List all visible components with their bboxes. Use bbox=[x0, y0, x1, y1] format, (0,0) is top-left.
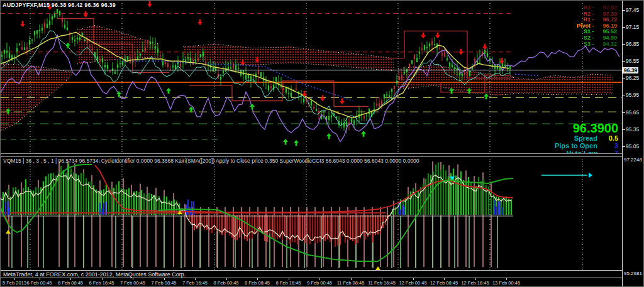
buy-arrow-icon bbox=[326, 133, 331, 139]
time-label: 11 Feb 08:45 bbox=[337, 280, 365, 286]
blue-dotted-line bbox=[515, 74, 540, 76]
price-tick-label: 96.85 bbox=[626, 41, 639, 47]
status-bar: MetaTrader, 4 at FOREX.com, c 2001-2012,… bbox=[1, 270, 622, 278]
time-label: 12 Feb 16:45 bbox=[461, 280, 489, 286]
pivot-row-s3: S3 - 94.32 bbox=[577, 41, 617, 48]
buy-arrow-icon bbox=[283, 139, 288, 145]
time-label: 13 Feb 00:45 bbox=[492, 280, 520, 286]
time-label: 6 Feb 00:45 bbox=[26, 280, 52, 286]
buy-arrow-icon bbox=[250, 104, 255, 110]
pane-separator[interactable] bbox=[1, 153, 622, 157]
price-axis[interactable]: 96.39 97.2248 95.2981 97.4597.1596.8596.… bbox=[622, 1, 644, 287]
price-tick-label: 95.35 bbox=[626, 126, 639, 133]
status-text: MetaTrader, 4 at FOREX.com, c 2001-2012,… bbox=[3, 271, 622, 278]
hi-to-low-row: Hi to Low 7 bbox=[524, 150, 618, 153]
mt4-window: AUDJPYFXF,M15 96.38 96.42 96.36 96.39 R3… bbox=[0, 0, 644, 287]
time-label: 5 Feb 2013 bbox=[3, 280, 26, 286]
axis-tick bbox=[623, 10, 625, 11]
axis-tick bbox=[623, 129, 625, 130]
chart-title: AUDJPYFXF,M15 96.38 96.42 96.36 96.39 bbox=[3, 2, 116, 8]
sell-arrow-icon bbox=[435, 33, 440, 39]
indicator-min-label: 95.2981 bbox=[624, 271, 642, 276]
time-label: 7 Feb 08:45 bbox=[151, 280, 176, 286]
buy-arrow-icon bbox=[294, 140, 299, 146]
sell-arrow-icon bbox=[83, 11, 88, 18]
sell-arrow-icon bbox=[482, 44, 487, 50]
sell-arrow-icon bbox=[421, 33, 426, 39]
time-label: 11 Feb 16:45 bbox=[368, 280, 396, 286]
sell-arrow-icon bbox=[197, 19, 203, 26]
time-label: 9 Feb 00:45 bbox=[307, 280, 332, 286]
price-tick-label: 96.25 bbox=[626, 75, 639, 81]
quote-info-box: 96.3900 Spread 0.5 Pips to Open 3 Hi to … bbox=[524, 122, 618, 153]
kumo-cloud bbox=[1, 64, 73, 131]
price-tick-label: 97.45 bbox=[626, 7, 639, 13]
sell-arrow-icon bbox=[20, 21, 25, 28]
sell-arrow-icon bbox=[320, 95, 325, 102]
time-label: 7 Feb 16:45 bbox=[182, 280, 208, 286]
axis-tick bbox=[623, 112, 625, 113]
axis-tick bbox=[623, 61, 625, 62]
sell-arrow-icon bbox=[340, 98, 345, 104]
pivot-panel: R3 - 97.92 R2 - 97.39 R1 - 96.72 Pivot -… bbox=[577, 5, 617, 47]
price-tick-label: 96.55 bbox=[626, 58, 639, 64]
time-label: 6 Feb 08:45 bbox=[58, 280, 83, 286]
axis-tick bbox=[623, 27, 625, 28]
spread-row: Spread 0.5 bbox=[524, 135, 618, 142]
kumo-cloud bbox=[513, 74, 613, 95]
time-label: 6 Feb 16:45 bbox=[89, 280, 114, 286]
current-price-tag: 96.39 bbox=[623, 67, 638, 73]
yellow-up-marker bbox=[6, 230, 11, 234]
cyan-arrow-icon bbox=[589, 173, 592, 178]
time-label: 8 Feb 00:45 bbox=[213, 280, 238, 286]
axis-tick bbox=[623, 95, 625, 95]
current-bid-price: 96.3900 bbox=[524, 122, 618, 134]
axis-tick bbox=[623, 44, 625, 45]
kumo-cloud bbox=[398, 65, 513, 95]
price-tick-label: 97.15 bbox=[626, 24, 639, 30]
sell-arrow-icon bbox=[458, 49, 464, 55]
indicator-max-label: 97.2248 bbox=[624, 157, 642, 163]
price-tick-label: 95.65 bbox=[626, 109, 639, 116]
sell-arrow-icon bbox=[147, 1, 152, 8]
time-label: 12 Feb 00:45 bbox=[399, 280, 426, 286]
kairi-line bbox=[1, 175, 511, 241]
indicator-pane[interactable] bbox=[1, 156, 622, 272]
time-label: 8 Feb 08:45 bbox=[245, 280, 270, 286]
price-tick-label: 95.05 bbox=[626, 143, 639, 149]
buy-arrow-icon bbox=[361, 131, 366, 137]
time-label: 8 Feb 16:45 bbox=[275, 280, 301, 286]
time-label: 12 Feb 08:45 bbox=[430, 280, 458, 286]
price-tick-label: 95.95 bbox=[626, 92, 639, 98]
buy-arrow-icon bbox=[166, 88, 171, 94]
time-axis[interactable]: 5 Feb 20136 Feb 00:456 Feb 08:456 Feb 16… bbox=[1, 278, 622, 287]
pips-to-open-row: Pips to Open 3 bbox=[524, 143, 618, 149]
axis-tick bbox=[623, 78, 625, 79]
axis-tick bbox=[623, 146, 625, 147]
time-label: 7 Feb 00:45 bbox=[120, 280, 145, 286]
indicator-header: VQM15 | 36 , 3 , 5 , 1 | 96.5734 96.5734… bbox=[3, 158, 419, 164]
